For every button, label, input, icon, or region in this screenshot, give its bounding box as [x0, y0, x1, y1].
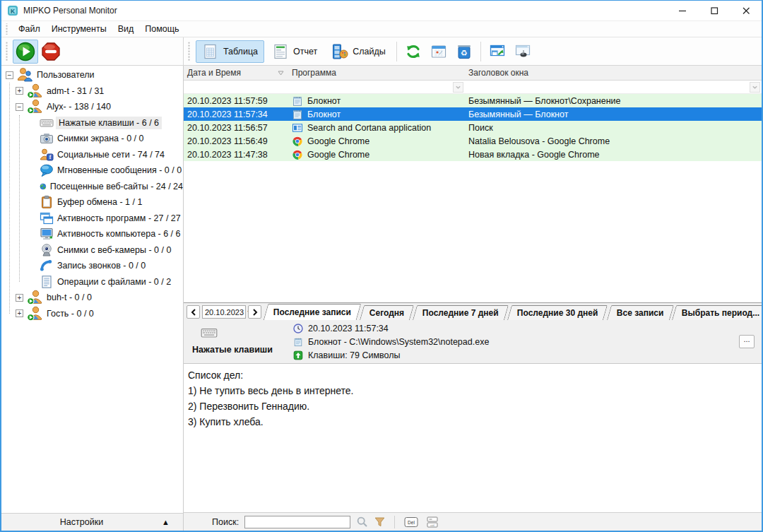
menu-tools[interactable]: Инструменты [46, 22, 112, 36]
window-popout-icon [489, 43, 506, 60]
notepad-icon [292, 95, 303, 107]
tab-last-30-days[interactable]: Последние 30 дней [507, 305, 608, 320]
record-program-path: Блокнот - C:\Windows\System32\notepad.ex… [308, 337, 489, 347]
keystrokes-text: Список дел: 1) Не тупить весь день в инт… [184, 364, 762, 512]
table-row[interactable]: 20.10.2023 11:47:38 Google Chrome Новая … [184, 148, 762, 161]
tree-item-keystrokes[interactable]: Нажатые клавиши - 6 / 6 [1, 115, 183, 131]
window-popout-button[interactable] [485, 40, 510, 64]
key-combo-icon[interactable]: ctrl [425, 516, 440, 528]
tree-item-program-activity[interactable]: Активность программ - 27 / 27 [1, 211, 183, 227]
refresh-icon [405, 43, 422, 60]
table-row-selected[interactable]: 20.10.2023 11:57:34 Блокнот Безымянный —… [184, 107, 762, 121]
search-separator [394, 516, 395, 528]
tree-item-user-alyx[interactable]: Alyx- - 138 / 140 [1, 99, 183, 115]
stop-monitoring-button[interactable] [38, 40, 64, 64]
maximize-button[interactable] [698, 1, 730, 20]
search-bar: Поиск: Del ctrl [184, 512, 762, 531]
more-button[interactable]: ... [739, 335, 755, 348]
tab-last-7-days[interactable]: Последние 7 дней [413, 305, 509, 320]
view-report-button[interactable]: Отчет [266, 40, 324, 63]
column-header-program[interactable]: Программа [288, 68, 465, 78]
tree-item-im[interactable]: Мгновенные сообщения - 0 / 0 [1, 162, 183, 179]
settings-bar[interactable]: Настройки ▲ [1, 513, 183, 531]
record-keys-count: Клавиши: 79 Символы [308, 350, 401, 360]
notepad-icon [292, 109, 303, 120]
tree-item-user-guest[interactable]: Гость - 0 / 0 [1, 306, 183, 322]
user-icon [26, 98, 43, 115]
tree-item-screenshots[interactable]: Снимки экрана - 0 / 0 [1, 131, 183, 147]
tree-item-computer-activity[interactable]: Активность компьютера - 6 / 6 [1, 226, 183, 242]
report-view-icon [272, 43, 289, 60]
tree-item-social[interactable]: f Социальные сети - 74 / 74 [1, 147, 183, 163]
tree-item-users-root[interactable]: Пользователи [1, 67, 183, 83]
column-header-datetime[interactable]: Дата и Время [184, 68, 288, 78]
expander-plus-icon[interactable] [16, 87, 23, 95]
tree-item-user-buht[interactable]: buh-t - 0 / 0 [1, 290, 183, 306]
menu-file[interactable]: Файл [13, 22, 46, 36]
search-input[interactable] [244, 516, 350, 528]
tab-latest-records[interactable]: Последние записи [264, 304, 362, 320]
chrome-icon [292, 149, 303, 160]
title-bar: K MIPKO Personal Monitor [1, 1, 762, 20]
keyboard-icon [201, 324, 218, 341]
user-tree: Пользователи adm-t - 31 / 31 Alyx- - 138… [1, 66, 183, 513]
table-row[interactable]: 20.10.2023 11:57:59 Блокнот Безымянный —… [184, 94, 762, 107]
minimize-button[interactable] [666, 1, 698, 20]
tree-item-webcam[interactable]: Снимки с веб-камеры - 0 / 0 [1, 242, 183, 259]
search-magnifier-icon[interactable] [356, 516, 368, 528]
expander-plus-icon[interactable] [16, 294, 23, 302]
menu-help[interactable]: Помощь [139, 22, 184, 36]
expander-minus-icon[interactable] [16, 103, 23, 111]
tab-today[interactable]: Сегодня [360, 305, 414, 320]
chevron-down-icon[interactable] [453, 82, 463, 93]
start-monitoring-button[interactable] [13, 40, 38, 64]
window-watch-button[interactable] [510, 40, 536, 64]
expander-plus-icon[interactable] [16, 309, 23, 317]
toolbar-gripper[interactable] [5, 42, 8, 61]
date-picker[interactable]: 20.10.2023 ▼ [202, 305, 246, 319]
calendar-button[interactable] [426, 40, 451, 64]
del-key-icon[interactable]: Del [403, 516, 419, 528]
view-table-label: Таблица [223, 47, 258, 57]
tab-all-records[interactable]: Все записи [606, 305, 673, 320]
tree-item-file-ops[interactable]: Операции с файлами - 0 / 2 [1, 274, 183, 290]
filter-program[interactable] [288, 81, 465, 93]
view-slides-button[interactable]: Слайды [325, 40, 392, 63]
tree-item-websites[interactable]: Посещенные веб-сайты - 24 / 24 [1, 179, 183, 195]
view-table-button[interactable]: Таблица [196, 40, 264, 63]
arrow-left-icon[interactable] [187, 305, 200, 319]
arrow-right-icon[interactable] [248, 305, 261, 319]
column-header-window-title[interactable]: Заголовок окна [465, 68, 762, 78]
chrome-icon [292, 136, 303, 147]
menu-view[interactable]: Вид [112, 22, 140, 36]
table-row[interactable]: 20.10.2023 11:56:57 Search and Cortana a… [184, 121, 762, 134]
tab-choose-period[interactable]: Выбрать период... [672, 305, 763, 320]
filter-funnel-icon[interactable] [374, 516, 386, 528]
view-toolbar-gripper[interactable] [187, 42, 191, 61]
keys-count-icon [293, 350, 303, 360]
window-watch-icon [514, 43, 531, 60]
chevron-down-icon[interactable] [750, 82, 760, 93]
filter-window-title[interactable] [465, 81, 762, 93]
toolbar-separator-2 [480, 42, 481, 61]
keyboard-icon [40, 116, 54, 130]
menu-gripper[interactable] [5, 23, 8, 34]
refresh-button[interactable] [401, 40, 426, 64]
phone-icon [40, 259, 54, 273]
app-window: K MIPKO Personal Monitor Файл Инструмент… [0, 0, 763, 532]
table-row[interactable]: 20.10.2023 11:56:49 Google Chrome Natali… [184, 134, 762, 148]
camera-icon [40, 131, 54, 146]
toolbar-separator [396, 42, 397, 61]
monitoring-toolbar [1, 37, 184, 65]
tree-item-calls[interactable]: Запись звонков - 0 / 0 [1, 258, 183, 274]
users-group-icon [16, 66, 33, 83]
notepad-icon [293, 337, 303, 347]
recycle-bin-button[interactable]: ♻ [451, 40, 477, 64]
svg-text:Del: Del [408, 519, 415, 524]
expander-minus-icon[interactable] [6, 71, 13, 79]
tree-item-user-admt[interactable]: adm-t - 31 / 31 [1, 83, 183, 100]
tree-item-clipboard[interactable]: Буфер обмена - 1 / 1 [1, 194, 183, 211]
filter-datetime[interactable] [184, 81, 288, 93]
close-button[interactable] [730, 1, 762, 20]
globe-icon [40, 179, 47, 194]
